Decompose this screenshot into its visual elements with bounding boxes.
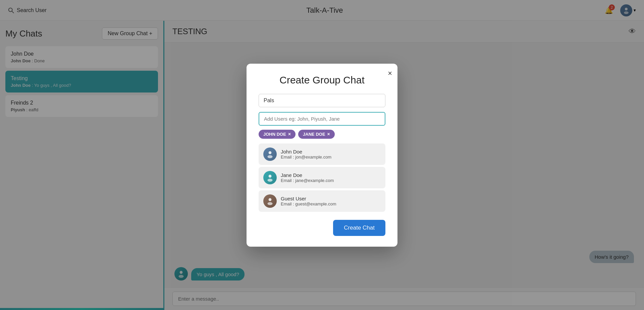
svg-point-11: [267, 202, 272, 205]
create-group-chat-modal: × Create Group Chat JOHN DOE × JANE DOE …: [247, 64, 397, 247]
tag-label: JANE DOE: [303, 132, 325, 137]
user-avatar-jane: [263, 171, 277, 184]
user-search-results: John Doe Email : jon@example.com Jane Do…: [259, 143, 385, 212]
modal-close-button[interactable]: ×: [388, 69, 392, 78]
user-email: Email : jane@example.com: [281, 178, 334, 183]
avatar-icon: [266, 197, 274, 205]
user-avatar-john: [263, 147, 277, 161]
avatar-icon: [266, 150, 274, 159]
tag-remove-jane[interactable]: ×: [327, 132, 330, 136]
tag-remove-john[interactable]: ×: [288, 132, 291, 136]
modal-title: Create Group Chat: [259, 74, 385, 86]
chat-name-input[interactable]: [259, 94, 385, 107]
selected-users-container: JOHN DOE × JANE DOE ×: [259, 130, 385, 139]
user-info-guest: Guest User Email : guest@example.com: [281, 196, 336, 206]
create-btn-container: Create Chat: [259, 220, 385, 236]
user-email: Email : jon@example.com: [281, 154, 331, 160]
create-chat-button[interactable]: Create Chat: [333, 220, 385, 236]
modal-overlay[interactable]: × Create Group Chat JOHN DOE × JANE DOE …: [0, 0, 644, 310]
svg-point-6: [269, 151, 272, 154]
user-avatar-guest: [263, 194, 277, 208]
user-email: Email : guest@example.com: [281, 201, 336, 206]
add-users-input[interactable]: [259, 112, 385, 126]
user-tag-john-doe[interactable]: JOHN DOE ×: [259, 130, 296, 139]
user-info-john: John Doe Email : jon@example.com: [281, 149, 331, 160]
user-name: John Doe: [281, 149, 331, 154]
user-list-item-john[interactable]: John Doe Email : jon@example.com: [259, 143, 385, 165]
avatar-icon: [266, 173, 274, 182]
user-list-item-guest[interactable]: Guest User Email : guest@example.com: [259, 190, 385, 212]
tag-label: JOHN DOE: [263, 132, 286, 137]
svg-point-10: [269, 198, 272, 201]
user-name: Jane Doe: [281, 172, 334, 178]
svg-point-7: [267, 155, 272, 158]
user-tag-jane-doe[interactable]: JANE DOE ×: [298, 130, 335, 139]
user-list-item-jane[interactable]: Jane Doe Email : jane@example.com: [259, 167, 385, 188]
user-info-jane: Jane Doe Email : jane@example.com: [281, 172, 334, 183]
user-name: Guest User: [281, 196, 336, 201]
svg-point-8: [269, 175, 272, 178]
svg-point-9: [267, 179, 272, 182]
